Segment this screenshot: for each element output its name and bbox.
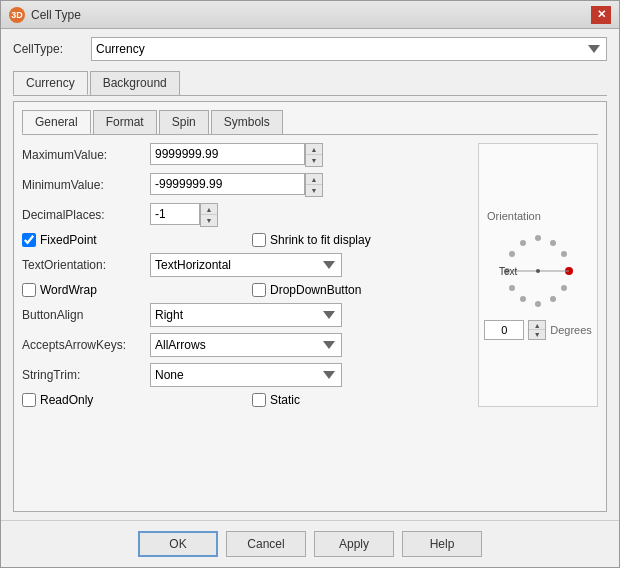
app-icon: 3D	[9, 7, 25, 23]
button-align-select[interactable]: Right Left Center	[150, 303, 342, 327]
svg-point-0	[535, 235, 541, 241]
fixed-point-wrap: FixedPoint	[22, 233, 236, 247]
fixed-point-label: FixedPoint	[40, 233, 97, 247]
svg-point-10	[509, 251, 515, 257]
decimal-spinner: ▲ ▼	[150, 203, 218, 227]
min-value-label: MinimumValue:	[22, 178, 142, 192]
degree-row: ▲ ▼ Degrees	[484, 320, 592, 340]
svg-point-14	[536, 269, 540, 273]
tab-format[interactable]: Format	[93, 110, 157, 134]
help-button[interactable]: Help	[402, 531, 482, 557]
string-trim-label: StringTrim:	[22, 368, 142, 382]
shrink-label: Shrink to fit display	[270, 233, 371, 247]
degree-down[interactable]: ▼	[529, 330, 545, 339]
title-bar-left: 3D Cell Type	[9, 7, 81, 23]
main-window: 3D Cell Type ✕ CellType: Currency Curren…	[0, 0, 620, 568]
celltype-label: CellType:	[13, 42, 83, 56]
dropdown-btn-label: DropDownButton	[270, 283, 361, 297]
tab-background[interactable]: Background	[90, 71, 180, 95]
string-trim-row: StringTrim: None Both Left Right	[22, 363, 466, 387]
max-value-down[interactable]: ▼	[306, 155, 322, 166]
degree-label: Degrees	[550, 324, 592, 336]
static-wrap: Static	[252, 393, 466, 407]
tab-currency[interactable]: Currency	[13, 71, 88, 95]
max-value-input[interactable]	[150, 143, 305, 165]
svg-point-8	[509, 285, 515, 291]
readonly-wrap: ReadOnly	[22, 393, 236, 407]
min-value-down[interactable]: ▼	[306, 185, 322, 196]
tab-general[interactable]: General	[22, 110, 91, 134]
text-orient-label: TextOrientation:	[22, 258, 142, 272]
min-value-row: MinimumValue: ▲ ▼	[22, 173, 466, 197]
readonly-checkbox[interactable]	[22, 393, 36, 407]
shrink-checkbox-row[interactable]: Shrink to fit display	[252, 233, 371, 247]
decimal-places-label: DecimalPlaces:	[22, 208, 142, 222]
button-align-label: ButtonAlign	[22, 308, 142, 322]
static-checkbox[interactable]	[252, 393, 266, 407]
ok-button[interactable]: OK	[138, 531, 218, 557]
svg-point-5	[550, 296, 556, 302]
min-value-spinner-btns: ▲ ▼	[305, 173, 323, 197]
main-panel: General Format Spin Symbols MaximumValue…	[13, 101, 607, 512]
min-value-spinner: ▲ ▼	[150, 173, 323, 197]
apply-button[interactable]: Apply	[314, 531, 394, 557]
svg-point-6	[535, 301, 541, 307]
cancel-button[interactable]: Cancel	[226, 531, 306, 557]
readonly-checkbox-row[interactable]: ReadOnly	[22, 393, 93, 407]
fixed-point-checkbox-row[interactable]: FixedPoint	[22, 233, 97, 247]
fixed-shrink-row: FixedPoint Shrink to fit display	[22, 233, 466, 247]
string-trim-select[interactable]: None Both Left Right	[150, 363, 342, 387]
degree-spinner-btns: ▲ ▼	[528, 320, 546, 340]
accepts-arrow-row: AcceptsArrowKeys: AllArrows None Horizon…	[22, 333, 466, 357]
bottom-buttons: OK Cancel Apply Help	[1, 520, 619, 567]
static-label: Static	[270, 393, 300, 407]
close-button[interactable]: ✕	[591, 6, 611, 24]
celltype-select[interactable]: Currency	[91, 37, 607, 61]
static-checkbox-row[interactable]: Static	[252, 393, 300, 407]
min-value-up[interactable]: ▲	[306, 174, 322, 185]
min-value-input[interactable]	[150, 173, 305, 195]
inner-tabs: General Format Spin Symbols	[22, 110, 598, 135]
decimal-up[interactable]: ▲	[201, 204, 217, 215]
decimal-places-input[interactable]	[150, 203, 200, 225]
readonly-static-row: ReadOnly Static	[22, 393, 466, 407]
dropdown-btn-wrap: DropDownButton	[252, 283, 466, 297]
tab-symbols[interactable]: Symbols	[211, 110, 283, 134]
form-left: MaximumValue: ▲ ▼ MinimumValue:	[22, 143, 466, 407]
window-title: Cell Type	[31, 8, 81, 22]
dropdown-btn-checkbox-row[interactable]: DropDownButton	[252, 283, 361, 297]
shrink-wrap: Shrink to fit display	[252, 233, 466, 247]
orientation-title: Orientation	[487, 210, 541, 222]
svg-point-11	[520, 240, 526, 246]
svg-point-7	[520, 296, 526, 302]
main-content: CellType: Currency Currency Background G…	[1, 29, 619, 520]
degree-up[interactable]: ▲	[529, 321, 545, 330]
shrink-checkbox[interactable]	[252, 233, 266, 247]
max-value-up[interactable]: ▲	[306, 144, 322, 155]
svg-point-4	[561, 285, 567, 291]
orient-section: MaximumValue: ▲ ▼ MinimumValue:	[22, 143, 598, 407]
max-value-row: MaximumValue: ▲ ▼	[22, 143, 466, 167]
decimal-down[interactable]: ▼	[201, 215, 217, 226]
text-orient-row: TextOrientation: TextHorizontal TextVert…	[22, 253, 466, 277]
readonly-label: ReadOnly	[40, 393, 93, 407]
outer-tabs: Currency Background	[13, 71, 607, 96]
word-wrap-checkbox-row[interactable]: WordWrap	[22, 283, 97, 297]
max-value-spinner: ▲ ▼	[150, 143, 323, 167]
max-value-spinner-btns: ▲ ▼	[305, 143, 323, 167]
fixed-point-checkbox[interactable]	[22, 233, 36, 247]
word-wrap-wrap: WordWrap	[22, 283, 236, 297]
svg-point-1	[550, 240, 556, 246]
dropdown-btn-checkbox[interactable]	[252, 283, 266, 297]
text-orient-select[interactable]: TextHorizontal TextVertical TextRotate	[150, 253, 342, 277]
accepts-arrow-select[interactable]: AllArrows None Horizontal Vertical	[150, 333, 342, 357]
tab-spin[interactable]: Spin	[159, 110, 209, 134]
wordwrap-dropdown-row: WordWrap DropDownButton	[22, 283, 466, 297]
orientation-dial[interactable]: Text	[493, 226, 583, 316]
degree-input[interactable]	[484, 320, 524, 340]
decimal-spinner-btns: ▲ ▼	[200, 203, 218, 227]
accepts-arrow-label: AcceptsArrowKeys:	[22, 338, 142, 352]
svg-text:Text: Text	[499, 266, 518, 277]
word-wrap-label: WordWrap	[40, 283, 97, 297]
word-wrap-checkbox[interactable]	[22, 283, 36, 297]
